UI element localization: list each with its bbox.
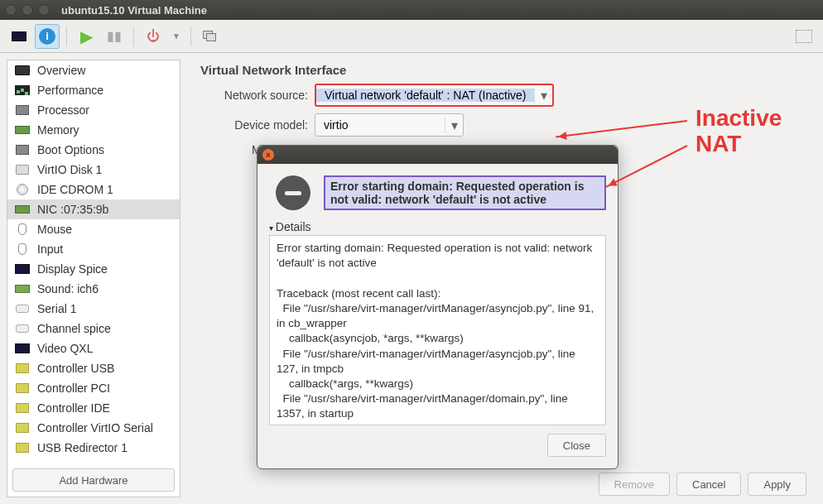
sidebar-item-label: Mouse (37, 223, 72, 236)
add-hardware-button[interactable]: Add Hardware (12, 468, 175, 492)
annotation-text: Inactive NAT (695, 106, 782, 157)
pause-button[interactable]: ▮▮ (102, 24, 127, 49)
panel-heading: Virtual Network Interface (200, 63, 806, 77)
sidebar-item-controller-virtio-serial[interactable]: Controller VirtIO Serial (7, 418, 180, 438)
sidebar-item-label: Controller IDE (37, 401, 110, 415)
usb-icon (14, 421, 31, 434)
sidebar-item-label: Controller PCI (37, 382, 110, 395)
sidebar-item-virtio-disk-1[interactable]: VirtIO Disk 1 (7, 160, 180, 180)
network-source-value: Virtual network 'default' : NAT (Inactiv… (316, 89, 534, 102)
remove-label: Remove (614, 478, 654, 491)
sidebar-item-label: USB Redirector 1 (37, 441, 128, 454)
ser-icon (14, 302, 31, 315)
network-source-label: Network source: (200, 89, 308, 102)
network-source-dropdown[interactable]: Virtual network 'default' : NAT (Inactiv… (315, 84, 554, 107)
sidebar-item-label: IDE CDROM 1 (37, 183, 113, 196)
fullscreen-button[interactable] (792, 24, 816, 49)
window-close-icon[interactable] (5, 4, 17, 16)
cd-icon (14, 183, 31, 196)
sidebar-item-display-spice[interactable]: Display Spice (7, 259, 180, 279)
sidebar-item-label: Channel spice (37, 322, 111, 335)
sidebar-item-performance[interactable]: Performance (7, 80, 180, 100)
window-minimize-icon[interactable] (22, 4, 33, 16)
sidebar-item-usb-redirector-1[interactable]: USB Redirector 1 (7, 438, 180, 458)
sidebar-item-boot-options[interactable]: Boot Options (7, 140, 180, 160)
sidebar-item-memory[interactable]: Memory (7, 120, 180, 140)
shutdown-button[interactable]: ⏻ (141, 24, 166, 49)
chevron-down-icon: ▾ (534, 88, 552, 103)
remove-button[interactable]: Remove (599, 473, 670, 496)
chart-icon (14, 84, 31, 97)
sidebar-item-label: NIC :07:35:9b (37, 203, 108, 216)
sidebar-item-input[interactable]: Input (7, 239, 180, 259)
sidebar-item-ide-cdrom-1[interactable]: IDE CDROM 1 (7, 180, 180, 199)
usb-icon (14, 362, 31, 375)
error-icon (276, 175, 310, 210)
error-dialog: × Error starting domain: Requested opera… (257, 145, 618, 469)
device-model-dropdown[interactable]: virtio ▾ (315, 113, 464, 137)
snd-icon (14, 282, 31, 295)
sidebar-item-processor[interactable]: Processor (7, 100, 180, 120)
sidebar-item-label: Boot Options (37, 143, 104, 156)
error-traceback[interactable]: Error starting domain: Requested operati… (269, 235, 606, 425)
details-toggle[interactable]: Details (269, 220, 606, 233)
mouse-icon (14, 223, 31, 236)
sidebar-item-label: Sound: ich6 (37, 282, 99, 295)
sidebar-item-label: Input (37, 242, 63, 256)
sidebar-item-nic-07-35-9b[interactable]: NIC :07:35:9b (7, 199, 180, 219)
device-model-value: virtio (315, 118, 445, 132)
shutdown-menu-button[interactable]: ▼ (169, 24, 184, 49)
usb-icon (14, 401, 31, 415)
toolbar: i ▶ ▮▮ ⏻ ▼ (0, 20, 823, 53)
sidebar-item-sound-ich6[interactable]: Sound: ich6 (7, 279, 180, 299)
nic-icon (14, 203, 31, 216)
disp-icon (14, 342, 31, 355)
sidebar-item-label: Overview (37, 64, 85, 77)
sidebar-item-label: Controller VirtIO Serial (37, 421, 153, 434)
toolbar-separator (133, 26, 134, 46)
sidebar-item-controller-usb[interactable]: Controller USB (7, 358, 180, 378)
dialog-close-icon[interactable]: × (262, 149, 274, 161)
window-maximize-icon[interactable] (38, 4, 50, 16)
sidebar-item-label: Display Spice (37, 262, 108, 276)
window-titlebar: ubuntu15.10 Virtual Machine (0, 0, 823, 20)
chip-icon (14, 103, 31, 117)
snapshots-icon (203, 31, 218, 42)
apply-button[interactable]: Apply (748, 473, 806, 496)
sidebar-item-label: Controller USB (37, 362, 114, 375)
fullscreen-icon (796, 30, 812, 43)
hdd-icon (14, 163, 31, 176)
snapshots-button[interactable] (198, 24, 223, 49)
cancel-button[interactable]: Cancel (676, 473, 741, 496)
chip-icon (14, 143, 31, 156)
run-button[interactable]: ▶ (74, 24, 99, 49)
device-model-label: Device model: (200, 118, 308, 132)
sidebar-item-serial-1[interactable]: Serial 1 (7, 299, 180, 319)
sidebar-item-mouse[interactable]: Mouse (7, 219, 180, 239)
pause-icon: ▮▮ (107, 28, 122, 44)
sidebar-item-channel-spice[interactable]: Channel spice (7, 319, 180, 338)
usb-icon (14, 382, 31, 395)
console-button[interactable] (7, 24, 31, 49)
chevron-down-icon: ▾ (445, 118, 463, 133)
sidebar-item-label: Processor (37, 103, 89, 117)
toolbar-separator (66, 26, 67, 46)
dialog-message: Error starting domain: Requested operati… (324, 175, 606, 210)
monitor-icon (12, 31, 26, 41)
sidebar-item-controller-ide[interactable]: Controller IDE (7, 398, 180, 418)
ser-icon (14, 322, 31, 335)
sidebar-item-overview[interactable]: Overview (7, 60, 180, 80)
mouse-icon (14, 242, 31, 256)
toolbar-separator (190, 26, 191, 46)
sidebar-item-video-qxl[interactable]: Video QXL (7, 338, 180, 358)
window-title: ubuntu15.10 Virtual Machine (61, 4, 207, 17)
sidebar-item-controller-pci[interactable]: Controller PCI (7, 378, 180, 398)
chevron-down-icon: ▼ (172, 31, 180, 41)
dialog-close-button[interactable]: Close (547, 434, 606, 457)
sidebar-item-label: Video QXL (37, 342, 93, 355)
dialog-titlebar[interactable]: × (257, 146, 618, 164)
sidebar-item-label: Serial 1 (37, 302, 76, 315)
details-button[interactable]: i (35, 24, 60, 49)
usb-icon (14, 441, 31, 454)
hardware-sidebar: OverviewPerformanceProcessorMemoryBoot O… (7, 60, 180, 497)
